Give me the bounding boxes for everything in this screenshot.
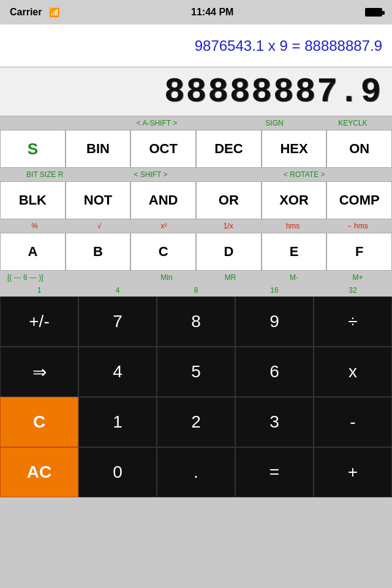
btn-subtract[interactable]: - (314, 397, 392, 447)
mminus-label: M- (262, 273, 326, 282)
btn-9[interactable]: 9 (235, 296, 314, 347)
bracket-label: [( --- 6 --- )] (2, 273, 135, 282)
btn-6[interactable]: 6 (235, 347, 314, 397)
btn-s[interactable]: S (0, 130, 66, 168)
btn-a[interactable]: A (0, 233, 66, 271)
btn-dec[interactable]: DEC (196, 130, 262, 168)
btn-8[interactable]: 8 (157, 296, 235, 347)
btn-0[interactable]: 0 (78, 447, 157, 497)
backhms-label: ←hms (325, 222, 390, 230)
btn-multiply[interactable]: x (314, 347, 392, 397)
wifi-icon: 📶 (49, 7, 59, 17)
sign-label: SIGN (235, 119, 314, 127)
n8-label: 8 (157, 286, 235, 295)
rotate-label: < ROTATE > (219, 170, 390, 179)
btn-divide[interactable]: ÷ (314, 296, 392, 347)
keyclk-label: KEYCLK (314, 119, 392, 127)
battery-fill (366, 9, 381, 15)
mr-label: MR (198, 273, 262, 282)
btn-3[interactable]: 3 (235, 397, 314, 447)
min-label: Min (135, 273, 198, 282)
history-display: 9876543.1 x 9 = 88888887.9 (0, 24, 392, 67)
ashift-label-row: < A-SHIFT > SIGN KEYCLK (0, 116, 392, 130)
btn-and[interactable]: AND (130, 181, 196, 219)
n4-label: 4 (78, 286, 157, 295)
hms-label: hms (260, 222, 325, 230)
battery-icon (365, 8, 382, 17)
shift-label: < SHIFT > (83, 170, 219, 179)
sub-label-row: % √ x² 1/x hms ←hms (0, 219, 392, 233)
btn-add[interactable]: + (314, 447, 392, 497)
main-display: 88888887.9 (0, 67, 392, 116)
btn-not[interactable]: NOT (66, 181, 131, 219)
button-row-1: S BIN OCT DEC HEX ON (0, 130, 392, 168)
numpad-row-4: AC 0 . = + (0, 447, 392, 497)
btn-on[interactable]: ON (326, 130, 392, 168)
battery-area (365, 8, 382, 17)
num-label-row: 1 4 8 16 32 (0, 284, 392, 296)
ashift-label: < A-SHIFT > (78, 119, 235, 127)
btn-arrow[interactable]: ⇒ (0, 347, 78, 397)
btn-blk[interactable]: BLK (0, 181, 66, 219)
button-row-2: BLK NOT AND OR XOR COMP (0, 181, 392, 219)
btn-b[interactable]: B (66, 233, 131, 271)
btn-xor[interactable]: XOR (262, 181, 327, 219)
btn-f[interactable]: F (326, 233, 392, 271)
btn-1[interactable]: 1 (78, 397, 157, 447)
btn-c[interactable]: C (130, 233, 196, 271)
btn-equals[interactable]: = (235, 447, 314, 497)
btn-e[interactable]: E (262, 233, 327, 271)
mem-label-row: [( --- 6 --- )] Min MR M- M+ (0, 271, 392, 284)
inv-label: 1/x (196, 222, 260, 230)
btn-2[interactable]: 2 (157, 397, 235, 447)
btn-decimal[interactable]: . (157, 447, 235, 497)
carrier-wifi: Carrier 📶 (10, 7, 59, 18)
status-bar: Carrier 📶 11:44 PM (0, 0, 392, 24)
n1-label: 1 (0, 286, 78, 295)
numpad-row-2: ⇒ 4 5 6 x (0, 347, 392, 397)
btn-bin[interactable]: BIN (66, 130, 131, 168)
btn-comp[interactable]: COMP (326, 181, 392, 219)
n32-label: 32 (314, 286, 392, 295)
btn-4[interactable]: 4 (78, 347, 157, 397)
carrier-label: Carrier (10, 7, 42, 18)
numpad-row-1: +/- 7 8 9 ÷ (0, 296, 392, 347)
pct-label: % (2, 222, 67, 230)
main-display-text: 88888887.9 (164, 72, 382, 111)
bitsize-label: BIT SIZE R (2, 170, 83, 179)
n16-label: 16 (235, 286, 314, 295)
btn-7[interactable]: 7 (78, 296, 157, 347)
numpad-row-3: C 1 2 3 - (0, 397, 392, 447)
sq-label: x² (132, 222, 196, 230)
btn-5[interactable]: 5 (157, 347, 235, 397)
btn-hex[interactable]: HEX (262, 130, 327, 168)
sqrt-label: √ (67, 222, 131, 230)
history-text: 9876543.1 x 9 = 88888887.9 (195, 37, 382, 55)
btn-or[interactable]: OR (196, 181, 262, 219)
btn-oct[interactable]: OCT (130, 130, 196, 168)
btn-d[interactable]: D (196, 233, 262, 271)
mplus-label: M+ (326, 273, 390, 282)
btn-allclear[interactable]: AC (0, 447, 78, 497)
bitshift-label-row: BIT SIZE R < SHIFT > < ROTATE > (0, 168, 392, 181)
button-row-3: A B C D E F (0, 233, 392, 271)
btn-clear[interactable]: C (0, 397, 78, 447)
time-display: 11:44 PM (191, 7, 233, 18)
btn-plusminus[interactable]: +/- (0, 296, 78, 347)
